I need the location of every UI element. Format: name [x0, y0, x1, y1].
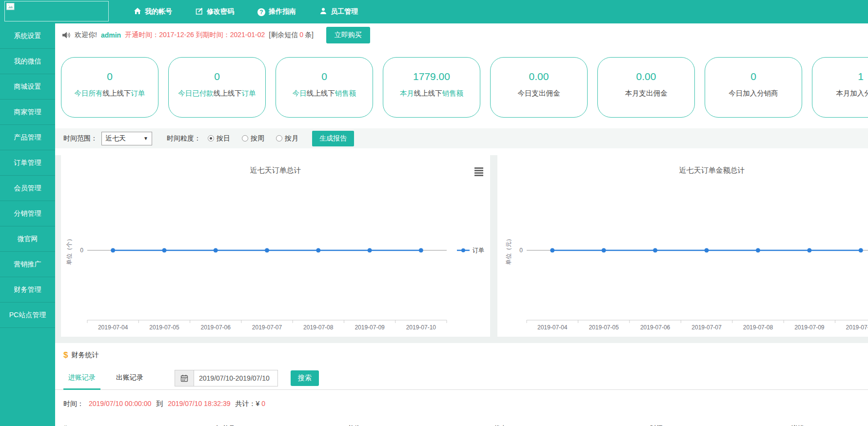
nav-item-label: 员工管理 [331, 7, 358, 16]
svg-text:2019-07-04: 2019-07-04 [537, 324, 568, 331]
table-header-col: 状态 [494, 424, 507, 426]
nav-item-my-account[interactable]: 我的帐号 [122, 0, 184, 23]
home-icon [134, 7, 141, 16]
table-header-col: 时间 [650, 424, 663, 426]
table-header-col: 详情 [791, 424, 804, 426]
svg-text:单位（个）: 单位（个） [66, 236, 73, 265]
generate-report-button[interactable]: 生成报告 [312, 131, 354, 146]
stat-card-2: 0今日已付款线上线下订单 [168, 57, 266, 118]
calendar-icon [180, 374, 188, 382]
summary-time-row: 时间： 2019/07/10 00:00:00 到 2019/07/10 18:… [55, 390, 868, 408]
svg-text:2019-07-07: 2019-07-07 [252, 324, 282, 331]
sidebar-item-pc-site-management[interactable]: PC站点管理 [0, 303, 55, 328]
stat-card-5: 0.00今日支出佣金 [490, 57, 588, 118]
svg-text:单位（元）: 单位（元） [505, 236, 512, 265]
total-label: 共计：¥ [236, 400, 260, 407]
calendar-addon [175, 370, 194, 386]
date-range-input[interactable] [194, 370, 278, 386]
speaker-icon [62, 31, 71, 39]
edit-icon [196, 7, 203, 17]
time-to: 2019/07/10 18:32:39 [168, 400, 230, 407]
nav-item-label: 我的帐号 [145, 7, 172, 16]
sidebar-item-my-wechat[interactable]: 我的微信 [0, 49, 55, 74]
chevron-down-icon: ▼ [143, 136, 148, 141]
records-table-header: #订单号单价状态时间详情 [55, 424, 868, 426]
sidebar-item-product-management[interactable]: 产品管理 [0, 125, 55, 150]
stat-card-value: 1779.00 [383, 71, 480, 82]
orders-chart-panel: 近七天订单总计单位（个）02019-07-042019-07-052019-07… [61, 155, 490, 337]
top-navbar: 我的帐号修改密码操作指南员工管理 [0, 0, 868, 23]
svg-text:2019-07-09: 2019-07-09 [355, 324, 385, 331]
sidebar-item-system-settings[interactable]: 系统设置 [0, 23, 55, 49]
nav-item-operation-guide[interactable]: 操作指南 [246, 0, 308, 23]
radio-icon [276, 135, 282, 142]
granularity-radios: 按日按周按月 [208, 134, 298, 143]
svg-text:2019-07-08: 2019-07-08 [743, 324, 773, 331]
svg-text:2019-07-06: 2019-07-06 [201, 324, 231, 331]
svg-text:0: 0 [80, 247, 83, 254]
sidebar: 系统设置我的微信商城设置商家管理产品管理订单管理会员管理分销管理微官网营销推广财… [0, 23, 55, 426]
svg-text:2019-07-07: 2019-07-07 [691, 324, 722, 331]
orders-line-chart: 近七天订单总计单位（个）02019-07-042019-07-052019-07… [61, 155, 490, 337]
tab-expense-records[interactable]: 出账记录 [111, 366, 148, 390]
date-range-group [175, 370, 278, 386]
stat-card-6: 0.00本月支出佣金 [597, 57, 695, 118]
filter-bar: 时间范围： 近七天 ▼ 时间粒度： 按日按周按月 生成报告 [55, 128, 868, 148]
svg-text:近七天订单总计: 近七天订单总计 [250, 166, 301, 174]
sidebar-item-member-management[interactable]: 会员管理 [0, 176, 55, 201]
granularity-label: 时间粒度： [167, 134, 201, 143]
time-from: 2019/07/10 00:00:00 [89, 400, 151, 407]
svg-text:2019-07-04: 2019-07-04 [98, 324, 128, 331]
stat-card-8: 1本月加入分销商 [812, 57, 868, 118]
order-amount-chart-panel: 近七天订单金额总计单位（元）02019-07-042019-07-052019-… [497, 155, 868, 337]
sidebar-item-micro-site[interactable]: 微官网 [0, 226, 55, 252]
stat-card-value: 0 [61, 71, 158, 82]
search-button[interactable]: 搜索 [291, 370, 319, 386]
sidebar-item-merchant-management[interactable]: 商家管理 [0, 100, 55, 125]
stat-card-label: 今日所有线上线下订单 [61, 89, 158, 98]
chart-legend[interactable]: 订单 [457, 247, 484, 254]
stat-card-value: 0 [705, 71, 802, 82]
nav-item-change-password[interactable]: 修改密码 [184, 0, 246, 23]
buy-now-button[interactable]: 立即购买 [326, 27, 370, 43]
svg-text:2019-07-10: 2019-07-10 [406, 324, 436, 331]
finance-tabs: 进账记录出账记录 [63, 366, 159, 390]
total-value: 0 [261, 400, 265, 407]
sidebar-item-order-management[interactable]: 订单管理 [0, 150, 55, 176]
svg-text:0: 0 [519, 247, 523, 254]
tab-income-records[interactable]: 进账记录 [63, 366, 100, 390]
radio-by-week[interactable]: 按周 [242, 134, 264, 143]
radio-by-month[interactable]: 按月 [276, 134, 298, 143]
welcome-username: admin [101, 31, 121, 39]
radio-icon [242, 135, 248, 142]
dollar-icon: $ [63, 350, 68, 360]
stat-card-label: 本月加入分销商 [812, 89, 868, 98]
divider-strip [55, 337, 868, 343]
nav-item-staff-management[interactable]: 员工管理 [308, 0, 370, 23]
svg-text:2019-07-10: 2019-07-10 [846, 324, 868, 331]
sidebar-item-marketing-promo[interactable]: 营销推广 [0, 252, 55, 277]
finance-tabs-row: 进账记录出账记录 搜索 [55, 366, 868, 390]
stat-card-value: 0 [276, 71, 373, 82]
radio-by-day[interactable]: 按日 [208, 134, 230, 143]
radio-icon [208, 135, 214, 142]
stat-card-value: 0.00 [598, 71, 694, 82]
sms-remaining: [剩余短信0条] [269, 31, 314, 40]
chart-toolbox-menu-icon[interactable] [474, 167, 483, 177]
stat-card-7: 0今日加入分销商 [705, 57, 802, 118]
sidebar-item-distribution-management[interactable]: 分销管理 [0, 201, 55, 226]
sidebar-item-finance-management[interactable]: 财务管理 [0, 277, 55, 303]
time-label: 时间： [63, 400, 84, 407]
logo-placeholder [4, 1, 109, 21]
order-amount-line-chart: 近七天订单金额总计单位（元）02019-07-042019-07-052019-… [497, 155, 868, 337]
stat-card-value: 0 [169, 71, 265, 82]
time-range-select[interactable]: 近七天 ▼ [101, 132, 152, 145]
sidebar-item-mall-settings[interactable]: 商城设置 [0, 74, 55, 100]
table-header-col: 单价 [348, 424, 360, 426]
svg-text:2019-07-08: 2019-07-08 [303, 324, 334, 331]
stat-card-label: 本月线上线下销售额 [383, 89, 480, 98]
main-content: 欢迎你! admin 开通时间：2017-12-26 到期时间：2021-01-… [55, 23, 868, 426]
svg-text:订单: 订单 [473, 247, 484, 254]
svg-text:2019-07-09: 2019-07-09 [794, 324, 825, 331]
time-range-label: 时间范围： [63, 134, 98, 143]
